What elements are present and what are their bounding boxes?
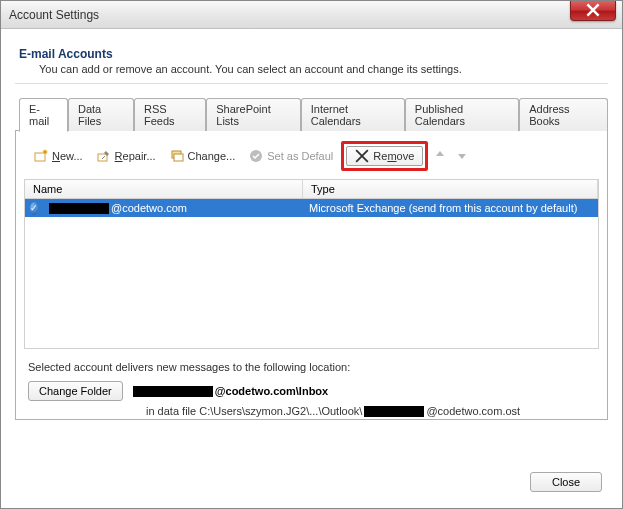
repair-button[interactable]: Repair... [91,146,162,166]
remove-icon [355,149,369,163]
section-title: E-mail Accounts [19,47,604,61]
accounts-list-header: Name Type [24,179,599,199]
move-down-button [452,149,472,164]
remove-button[interactable]: Remove [346,146,423,166]
check-circle-icon [249,149,263,163]
tab-rss-feeds[interactable]: RSS Feeds [134,98,206,131]
column-type[interactable]: Type [303,180,598,198]
new-button[interactable]: New... [28,146,89,166]
section-subtitle: You can add or remove an account. You ca… [39,63,604,75]
svg-rect-0 [35,153,45,161]
delivery-label: Selected account delivers new messages t… [28,361,599,373]
account-settings-dialog: Account Settings E-mail Accounts You can… [0,0,623,509]
close-button[interactable]: Close [530,472,602,492]
delivery-location: @codetwo.com\Inbox [133,385,328,397]
move-up-button [430,149,450,164]
account-email-cell: @codetwo.com [43,202,303,214]
svg-rect-4 [174,154,183,161]
accounts-list[interactable]: ✓ @codetwo.com Microsoft Exchange (send … [24,199,599,349]
column-name[interactable]: Name [25,180,303,198]
delivery-datafile: in data file C:\Users\szymon.JG2\...\Out… [146,405,599,417]
change-folder-button[interactable]: Change Folder [28,381,123,401]
divider [15,83,608,84]
change-button[interactable]: Change... [164,146,242,166]
window-close-button[interactable] [570,1,616,21]
close-icon [586,3,600,17]
change-icon [170,149,184,163]
tab-published-calendars[interactable]: Published Calendars [405,98,519,131]
redacted-text [49,203,109,214]
redacted-text [364,406,424,417]
set-default-button: Set as Defaul [243,146,339,166]
redacted-text [133,386,213,397]
tab-panel-email: New... Repair... Change... [15,130,608,420]
account-type-cell: Microsoft Exchange (send from this accou… [303,202,598,214]
tab-address-books[interactable]: Address Books [519,98,608,131]
tab-internet-calendars[interactable]: Internet Calendars [301,98,405,131]
new-icon [34,149,48,163]
remove-highlight: Remove [341,141,428,171]
titlebar: Account Settings [1,1,622,29]
repair-icon [97,149,111,163]
account-row[interactable]: ✓ @codetwo.com Microsoft Exchange (send … [25,199,598,217]
tab-data-files[interactable]: Data Files [68,98,134,131]
svg-rect-2 [98,154,107,161]
window-title: Account Settings [9,8,99,22]
tab-sharepoint-lists[interactable]: SharePoint Lists [206,98,300,131]
tab-email[interactable]: E-mail [19,98,68,132]
toolbar: New... Repair... Change... [24,139,599,179]
tabs: E-mail Data Files RSS Feeds SharePoint L… [15,98,608,131]
default-account-icon: ✓ [25,202,43,215]
